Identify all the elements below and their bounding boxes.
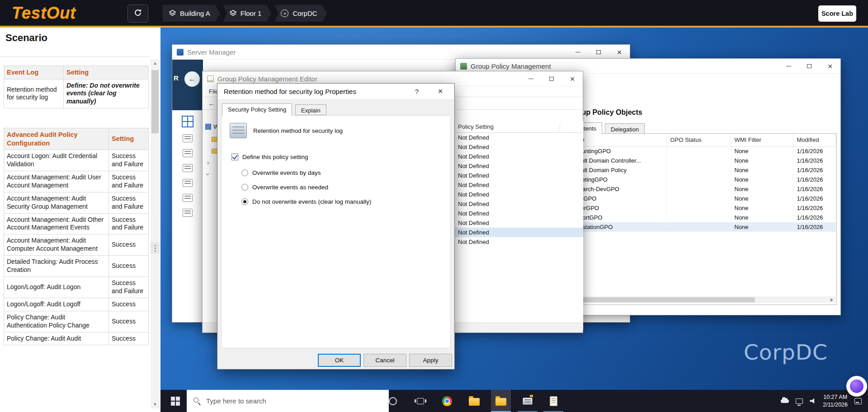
- drag-handle-icon[interactable]: [151, 242, 160, 254]
- all-servers-icon[interactable]: [183, 149, 193, 157]
- dialog-titlebar[interactable]: Retention method for security log Proper…: [217, 84, 454, 99]
- panel-scrollbar[interactable]: ▲ ▼: [151, 59, 160, 408]
- gpmc-taskbar-button[interactable]: [543, 390, 563, 412]
- close-button[interactable]: ×: [431, 84, 450, 99]
- policy-setting-row[interactable]: Not Defined: [454, 218, 583, 228]
- column-policy-setting[interactable]: Policy Setting: [454, 121, 583, 133]
- gpo-row[interactable]: Research-DevGPO None 1/16/2026: [565, 184, 835, 194]
- scroll-down-button[interactable]: ▼: [151, 400, 160, 408]
- define-policy-checkbox[interactable]: Define this policy setting: [231, 154, 308, 160]
- maximize-button[interactable]: [588, 45, 609, 60]
- server-manager-titlebar[interactable]: Server Manager ×: [172, 45, 630, 60]
- policy-setting-row[interactable]: Not Defined: [454, 161, 583, 171]
- dns-icon[interactable]: [183, 194, 193, 202]
- action-center-icon[interactable]: [854, 398, 862, 404]
- scroll-right-icon[interactable]: [830, 298, 833, 302]
- gpo-row[interactable]: Default Domain Policy None 1/16/2026: [565, 165, 835, 175]
- network-icon[interactable]: [796, 398, 803, 404]
- breadcrumb-label: CorpDC: [292, 9, 317, 17]
- clock-time: 10:27 AM: [823, 393, 848, 401]
- tree-expander-expanded[interactable]: ›: [207, 170, 209, 179]
- minimize-button[interactable]: [567, 45, 588, 60]
- radio-button-icon[interactable]: [241, 169, 248, 176]
- window-title: Server Manager: [187, 48, 236, 56]
- gpo-row[interactable]: AccountingGPO None 1/16/2026: [565, 146, 835, 156]
- breadcrumb-building-a[interactable]: Building A: [163, 5, 220, 22]
- refresh-button[interactable]: [127, 5, 148, 23]
- scrollbar-thumb[interactable]: [574, 297, 755, 302]
- back-icon[interactable]: ←: [208, 99, 215, 108]
- chevron-down-icon: ›: [204, 173, 212, 176]
- gpo-row[interactable]: Default Domain Controller... None 1/16/2…: [565, 156, 835, 165]
- gpo-row[interactable]: WorkstationGPO None 1/16/2026: [565, 222, 835, 232]
- close-button[interactable]: ×: [820, 59, 840, 74]
- close-button[interactable]: ×: [562, 71, 583, 86]
- score-lab-button[interactable]: Score Lab: [818, 5, 856, 22]
- gpo-row[interactable]: SupportGPO None 1/16/2026: [565, 213, 835, 222]
- policy-setting-row[interactable]: Not Defined: [454, 152, 583, 161]
- gpo-modified-cell: 1/16/2026: [793, 213, 835, 222]
- tab-security-policy-setting[interactable]: Security Policy Setting: [222, 103, 292, 116]
- help-button[interactable]: ?: [407, 84, 426, 99]
- close-button[interactable]: ×: [609, 45, 630, 60]
- table-header-row: Event Log Setting: [4, 66, 149, 80]
- cortana-button[interactable]: [383, 390, 403, 412]
- retention-radio-option[interactable]: Overwrite events by days: [241, 169, 371, 176]
- policy-setting-row[interactable]: Not Defined: [454, 237, 583, 247]
- taskbar-clock[interactable]: 10:27 AM 2/11/2026: [823, 393, 848, 408]
- retention-radio-option[interactable]: Do not overwrite events (clear log manua…: [241, 198, 371, 205]
- minimize-button[interactable]: [778, 59, 799, 74]
- column-wmi-filter[interactable]: WMI Filter: [731, 134, 793, 146]
- speaker-icon[interactable]: [810, 398, 816, 404]
- checkbox-checked-icon[interactable]: [231, 154, 238, 160]
- file-storage-icon[interactable]: [183, 164, 193, 172]
- table-row: Policy Change: Audit Audit Success: [4, 332, 149, 345]
- gpo-row[interactable]: SalesGPO None 1/16/2026: [565, 194, 835, 203]
- file-explorer-active-button[interactable]: [491, 390, 511, 412]
- local-server-icon[interactable]: [183, 134, 193, 142]
- print-services-icon[interactable]: [183, 209, 193, 217]
- policy-setting-row[interactable]: Not Defined: [454, 190, 583, 199]
- start-button[interactable]: [165, 390, 186, 412]
- tab-explain[interactable]: Explain: [295, 104, 326, 115]
- apply-button[interactable]: Apply: [409, 354, 452, 367]
- cancel-button[interactable]: Cancel: [363, 354, 406, 367]
- policy-setting-value: Not Defined: [458, 153, 489, 160]
- policy-setting-row[interactable]: Not Defined: [454, 142, 583, 152]
- minimize-button[interactable]: [520, 71, 541, 86]
- tree-expander-collapsed[interactable]: ›: [207, 158, 209, 167]
- ad-ds-icon[interactable]: [183, 179, 193, 187]
- ok-button[interactable]: OK: [318, 354, 361, 367]
- column-gpo-status[interactable]: GPO Status: [666, 134, 731, 146]
- radio-button-icon[interactable]: [241, 184, 248, 191]
- cloud-icon[interactable]: [781, 399, 789, 403]
- back-button[interactable]: ←: [184, 71, 200, 87]
- file-explorer-button[interactable]: [464, 390, 484, 412]
- maximize-button[interactable]: [799, 59, 820, 74]
- horizontal-scrollbar[interactable]: [566, 296, 835, 303]
- policy-setting-row[interactable]: Not Defined: [454, 171, 583, 180]
- policy-setting-row[interactable]: Not Defined: [454, 209, 583, 218]
- task-view-button[interactable]: [410, 390, 430, 412]
- breadcrumb-floor-1[interactable]: Floor 1: [223, 5, 272, 22]
- radio-button-icon[interactable]: [241, 198, 248, 205]
- chrome-button[interactable]: [437, 390, 457, 412]
- server-manager-taskbar-button[interactable]: [518, 390, 538, 412]
- policy-setting-row[interactable]: Not Defined: [454, 228, 583, 237]
- column-modified[interactable]: Modified: [793, 134, 835, 146]
- policy-setting-row[interactable]: Not Defined: [454, 133, 583, 142]
- policy-setting-row[interactable]: Not Defined: [454, 180, 583, 190]
- maximize-button[interactable]: [541, 71, 562, 86]
- lab-assistant-button[interactable]: [846, 376, 867, 397]
- audit-config-header: Advanced Audit Policy Configuration: [4, 128, 109, 150]
- scroll-up-button[interactable]: ▲: [151, 59, 160, 67]
- gpo-row[interactable]: ServerGPO None 1/16/2026: [565, 203, 835, 213]
- retention-radio-option[interactable]: Overwrite events as needed: [241, 183, 371, 191]
- scrollbar-thumb[interactable]: [151, 70, 159, 133]
- dashboard-tile-icon[interactable]: [182, 116, 193, 127]
- taskbar-search[interactable]: [187, 390, 389, 412]
- policy-setting-row[interactable]: Not Defined: [454, 199, 583, 209]
- gpo-row[interactable]: MarketingGPO None 1/16/2026: [565, 175, 835, 184]
- breadcrumb-corpdc[interactable]: » CorpDC: [274, 5, 327, 22]
- search-input[interactable]: [206, 397, 369, 405]
